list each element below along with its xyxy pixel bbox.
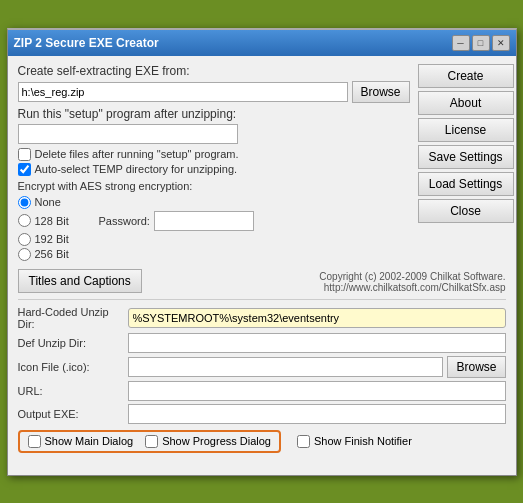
copyright-line1: Copyright (c) 2002-2009 Chilkat Software…: [319, 271, 505, 282]
setup-input[interactable]: [18, 124, 238, 144]
128bit-radio[interactable]: [18, 214, 31, 227]
192bit-label: 192 Bit: [35, 233, 69, 245]
def-unzip-label: Def Unzip Dir:: [18, 337, 128, 349]
show-progress-checkbox[interactable]: [145, 435, 158, 448]
main-area: Create self-extracting EXE from: Browse …: [18, 64, 506, 263]
browse2-button[interactable]: Browse: [447, 356, 505, 378]
auto-select-label: Auto-select TEMP directory for unzipping…: [35, 163, 238, 175]
icon-label: Icon File (.ico):: [18, 361, 128, 373]
titles-captions-button[interactable]: Titles and Captions: [18, 269, 142, 293]
none-label: None: [35, 196, 61, 208]
hard-coded-label: Hard-Coded Unzip Dir:: [18, 306, 128, 330]
256bit-label: 256 Bit: [35, 248, 69, 260]
output-exe-label: Output EXE:: [18, 408, 128, 420]
bottom-section: Hard-Coded Unzip Dir: Def Unzip Dir: Ico…: [18, 306, 506, 453]
save-settings-button[interactable]: Save Settings: [418, 145, 514, 169]
about-button[interactable]: About: [418, 91, 514, 115]
output-exe-row: Output EXE:: [18, 404, 506, 424]
copyright-area: Copyright (c) 2002-2009 Chilkat Software…: [319, 271, 505, 293]
content-area: Create self-extracting EXE from: Browse …: [8, 56, 516, 475]
close-button[interactable]: Close: [418, 199, 514, 223]
load-settings-button[interactable]: Load Settings: [418, 172, 514, 196]
encrypt-label: Encrypt with AES strong encryption:: [18, 180, 410, 192]
auto-select-checkbox[interactable]: [18, 163, 31, 176]
right-buttons: Create About License Save Settings Load …: [418, 64, 514, 263]
url-row: URL:: [18, 381, 506, 401]
256bit-radio[interactable]: [18, 248, 31, 261]
setup-label: Run this "setup" program after unzipping…: [18, 107, 410, 121]
show-finish-label: Show Finish Notifier: [314, 435, 412, 447]
window-controls: ─ □ ✕: [452, 35, 510, 51]
show-main-checkbox[interactable]: [28, 435, 41, 448]
show-dialogs-area: Show Main Dialog Show Progress Dialog Sh…: [18, 430, 506, 453]
show-finish-item: Show Finish Notifier: [297, 435, 412, 448]
hard-coded-input[interactable]: [128, 308, 506, 328]
128bit-label: 128 Bit: [35, 215, 95, 227]
icon-input[interactable]: [128, 357, 444, 377]
window-title: ZIP 2 Secure EXE Creator: [14, 36, 159, 50]
close-button[interactable]: ✕: [492, 35, 510, 51]
show-main-item: Show Main Dialog: [28, 435, 134, 448]
128bit-radio-row: 128 Bit Password:: [18, 211, 410, 231]
192bit-radio[interactable]: [18, 233, 31, 246]
left-area: Create self-extracting EXE from: Browse …: [18, 64, 410, 263]
def-unzip-input[interactable]: [128, 333, 506, 353]
divider: [18, 299, 506, 300]
hard-coded-row: Hard-Coded Unzip Dir:: [18, 306, 506, 330]
output-exe-input[interactable]: [128, 404, 506, 424]
setup-row: [18, 124, 410, 144]
show-main-label: Show Main Dialog: [45, 435, 134, 447]
delete-files-row: Delete files after running "setup" progr…: [18, 148, 410, 161]
show-progress-label: Show Progress Dialog: [162, 435, 271, 447]
delete-files-label: Delete files after running "setup" progr…: [35, 148, 239, 160]
password-label: Password:: [99, 215, 150, 227]
show-dialogs-group: Show Main Dialog Show Progress Dialog: [18, 430, 282, 453]
icon-row: Icon File (.ico): Browse: [18, 356, 506, 378]
bottom-padding: [18, 453, 506, 467]
show-finish-checkbox[interactable]: [297, 435, 310, 448]
title-bar: ZIP 2 Secure EXE Creator ─ □ ✕: [8, 30, 516, 56]
none-radio[interactable]: [18, 196, 31, 209]
zip-row: Browse: [18, 81, 410, 103]
create-button[interactable]: Create: [418, 64, 514, 88]
password-input[interactable]: [154, 211, 254, 231]
def-unzip-row: Def Unzip Dir:: [18, 333, 506, 353]
zip-input[interactable]: [18, 82, 348, 102]
radio-group: None 128 Bit Password: 192 Bit 256: [18, 196, 410, 261]
192bit-radio-row: 192 Bit: [18, 233, 410, 246]
none-radio-row: None: [18, 196, 410, 209]
browse1-button[interactable]: Browse: [352, 81, 410, 103]
minimize-button[interactable]: ─: [452, 35, 470, 51]
license-button[interactable]: License: [418, 118, 514, 142]
auto-select-row: Auto-select TEMP directory for unzipping…: [18, 163, 410, 176]
url-label: URL:: [18, 385, 128, 397]
maximize-button[interactable]: □: [472, 35, 490, 51]
256bit-radio-row: 256 Bit: [18, 248, 410, 261]
create-label: Create self-extracting EXE from:: [18, 64, 410, 78]
copyright-line2: http://www.chilkatsoft.com/ChilkatSfx.as…: [319, 282, 505, 293]
show-progress-item: Show Progress Dialog: [145, 435, 271, 448]
url-input[interactable]: [128, 381, 506, 401]
delete-files-checkbox[interactable]: [18, 148, 31, 161]
main-window: ZIP 2 Secure EXE Creator ─ □ ✕ Create se…: [7, 28, 517, 476]
